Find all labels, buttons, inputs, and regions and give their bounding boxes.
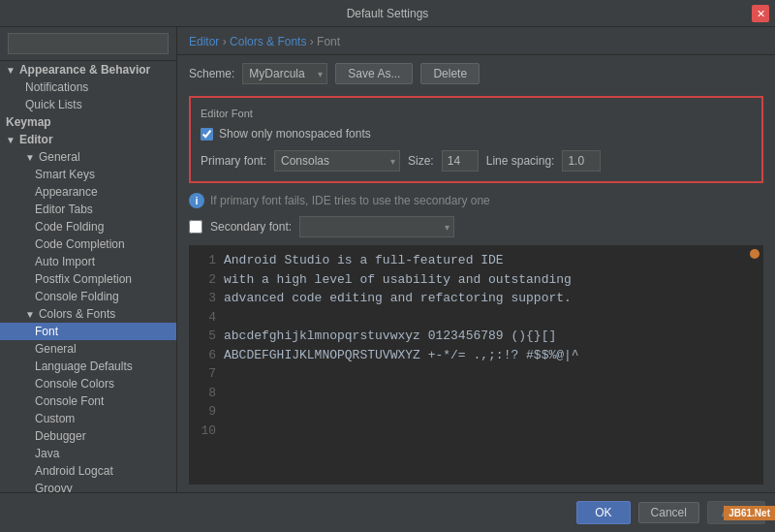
right-panel: Editor › Colors & Fonts › Font Scheme: M… [177,27,775,492]
secondary-font-checkbox[interactable] [189,220,202,234]
preview-line-3: 3advanced code editing and refactoring s… [197,289,756,308]
cancel-button[interactable]: Cancel [638,502,699,523]
sidebar-item-editor[interactable]: ▼Editor [0,131,176,148]
sidebar-item-quick-lists[interactable]: Quick Lists [0,96,176,113]
secondary-font-wrapper [299,216,454,237]
sidebar-item-general[interactable]: ▼General [0,148,176,166]
sidebar-item-java[interactable]: Java [0,445,176,462]
sidebar-item-editor-tabs[interactable]: Editor Tabs [0,201,176,218]
scheme-row: Scheme: MyDarcula Save As... Delete [177,55,775,92]
expand-arrow-general: ▼ [25,152,35,163]
orange-dot [750,249,760,259]
size-input[interactable] [442,150,479,172]
ok-button[interactable]: OK [576,501,630,524]
sidebar-item-appearance-behavior[interactable]: ▼Appearance & Behavior [0,61,176,78]
secondary-font-row: Secondary font: [177,212,775,245]
scheme-select[interactable]: MyDarcula [242,63,327,84]
sidebar: ▼Appearance & Behavior Notifications Qui… [0,27,177,492]
expand-arrow: ▼ [6,65,16,76]
breadcrumb-current: Font [317,35,340,48]
preview-line-1: 1Android Studio is a full-featured IDE [197,251,756,270]
preview-line-8: 8 [197,384,756,403]
preview-area: 1Android Studio is a full-featured IDE 2… [189,245,763,485]
monospace-checkbox[interactable] [201,128,213,141]
sidebar-item-code-completion[interactable]: Code Completion [0,235,176,253]
sidebar-item-keymap[interactable]: Keymap [0,113,176,131]
expand-arrow-editor: ▼ [6,135,16,145]
scheme-select-wrapper: MyDarcula [242,63,327,84]
info-icon: i [189,193,204,208]
sidebar-item-custom[interactable]: Custom [0,410,176,427]
sidebar-item-smart-keys[interactable]: Smart Keys [0,166,176,183]
monospace-checkbox-row: Show only monospaced fonts [201,127,752,141]
breadcrumb-colors-fonts[interactable]: Colors & Fonts [230,35,306,48]
primary-font-select[interactable]: Consolas [274,150,400,172]
secondary-font-label: Secondary font: [210,220,292,234]
bottom-bar: OK Cancel Apply JB61.Net [0,492,775,532]
line-spacing-input[interactable] [562,150,601,172]
monospace-label: Show only monospaced fonts [219,127,371,141]
title-bar: Default Settings ✕ [0,0,775,27]
scheme-label: Scheme: [189,67,234,80]
sidebar-item-language-defaults[interactable]: Language Defaults [0,358,176,375]
secondary-font-select[interactable] [299,216,454,237]
preview-line-10: 10 [197,422,756,441]
main-content: ▼Appearance & Behavior Notifications Qui… [0,27,775,492]
sidebar-item-code-folding[interactable]: Code Folding [0,218,176,235]
sidebar-item-postfix-completion[interactable]: Postfix Completion [0,270,176,288]
preview-line-7: 7 [197,364,756,384]
close-button[interactable]: ✕ [752,5,769,22]
editor-font-box: Editor Font Show only monospaced fonts P… [189,96,763,183]
sidebar-item-auto-import[interactable]: Auto Import [0,253,176,270]
sidebar-item-notifications[interactable]: Notifications [0,78,176,96]
preview-line-6: 6ABCDEFGHIJKLMNOPQRSTUVWXYZ +-*/= .,;:!?… [197,346,756,365]
font-row: Primary font: Consolas Size: Line spacin… [201,150,752,172]
breadcrumb-editor[interactable]: Editor [189,35,219,48]
preview-line-5: 5abcdefghijklmnopqrstuvwxyz 0123456789 (… [197,327,756,346]
sidebar-item-appearance[interactable]: Appearance [0,183,176,201]
sidebar-item-groovy[interactable]: Groovy [0,480,176,492]
info-row: i If primary font fails, IDE tries to us… [177,191,775,212]
size-label: Size: [408,154,434,168]
primary-font-wrapper: Consolas [274,150,400,172]
sidebar-item-console-font[interactable]: Console Font [0,392,176,410]
primary-font-label: Primary font: [201,154,266,168]
editor-font-label: Editor Font [201,108,752,119]
sidebar-item-console-colors[interactable]: Console Colors [0,375,176,392]
sidebar-item-general2[interactable]: General [0,340,176,358]
delete-button[interactable]: Delete [420,63,480,84]
breadcrumb: Editor › Colors & Fonts › Font [177,27,775,55]
expand-arrow-colors: ▼ [25,309,35,320]
watermark: JB61.Net [724,506,775,520]
preview-line-4: 4 [197,308,756,328]
search-box [0,27,176,61]
preview-line-2: 2with a high level of usability and outs… [197,270,756,290]
line-spacing-label: Line spacing: [486,154,555,168]
sidebar-item-console-folding[interactable]: Console Folding [0,288,176,305]
sidebar-item-font[interactable]: Font [0,323,176,340]
save-as-button[interactable]: Save As... [335,63,413,84]
sidebar-item-debugger[interactable]: Debugger [0,427,176,445]
sidebar-item-android-logcat[interactable]: Android Logcat [0,462,176,480]
sidebar-item-colors-fonts[interactable]: ▼Colors & Fonts [0,305,176,323]
preview-line-9: 9 [197,402,756,422]
window-title: Default Settings [347,7,429,20]
info-message: If primary font fails, IDE tries to use … [210,194,490,207]
search-input[interactable] [8,33,169,54]
